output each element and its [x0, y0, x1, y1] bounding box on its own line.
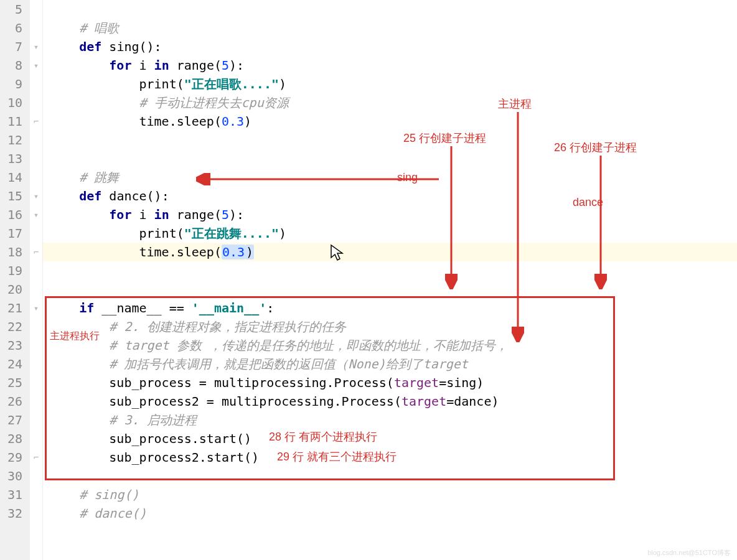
line-number: 18 [0, 243, 22, 261]
line-number: 13 [0, 149, 22, 168]
line-number: 12 [0, 131, 22, 149]
fold-end-icon: ⌐ [30, 448, 42, 467]
line-number: 15 [0, 187, 22, 205]
code-line[interactable]: def dance(): [43, 187, 737, 205]
line-number-gutter: 5 6 7 8 9 10 11 12 13 14 15 16 17 18 19 … [0, 0, 30, 560]
fold-marker-icon[interactable]: ▾ [30, 205, 42, 224]
code-line[interactable]: for i in range(5): [43, 205, 737, 224]
line-number: 5 [0, 0, 22, 19]
fold-end-icon: ⌐ [30, 243, 42, 261]
line-number: 14 [0, 168, 22, 187]
code-line[interactable]: for i in range(5): [43, 56, 737, 75]
line-number: 27 [0, 411, 22, 429]
line-number: 28 [0, 429, 22, 448]
annotation-line26-creates: 26 行创建子进程 [554, 140, 637, 155]
code-line[interactable]: # sing() [43, 485, 737, 504]
line-number: 25 [0, 373, 22, 392]
annotation-main-exec: 主进程执行 [50, 330, 100, 343]
code-line[interactable]: sub_process = multiprocessing.Process(ta… [43, 373, 737, 392]
code-line[interactable]: # dance() [43, 504, 737, 523]
line-number: 26 [0, 392, 22, 411]
annotation-line29-note: 29 行 就有三个进程执行 [277, 449, 397, 464]
line-number: 30 [0, 467, 22, 485]
code-line[interactable]: if __name__ == '__main__': [43, 299, 737, 317]
annotation-sing-label: sing [397, 171, 418, 184]
code-area[interactable]: # 唱歌 def sing(): for i in range(5): prin… [43, 0, 737, 560]
code-line[interactable]: # 2. 创建进程对象，指定进程执行的任务 [43, 317, 737, 336]
annotation-line25-creates: 25 行创建子进程 [403, 131, 486, 146]
annotation-main-process: 主进程 [498, 96, 532, 111]
code-line[interactable] [43, 467, 737, 485]
fold-marker-icon[interactable]: ▾ [30, 187, 42, 205]
line-number: 29 [0, 448, 22, 467]
line-number: 21 [0, 299, 22, 317]
line-number: 8 [0, 56, 22, 75]
code-line[interactable]: print("正在唱歌....") [43, 75, 737, 93]
line-number: 9 [0, 75, 22, 93]
line-number: 10 [0, 93, 22, 112]
code-line[interactable] [43, 0, 737, 19]
fold-marker-icon[interactable]: ▾ [30, 299, 42, 317]
annotation-line28-note: 28 行 有两个进程执行 [269, 429, 377, 444]
line-number: 6 [0, 19, 22, 37]
line-number: 20 [0, 280, 22, 299]
code-line[interactable]: # target 参数 ，传递的是任务的地址，即函数的地址，不能加括号， [43, 336, 737, 355]
line-number: 24 [0, 355, 22, 373]
code-line[interactable]: # 手动让进程失去cpu资源 [43, 93, 737, 112]
fold-marker-icon[interactable]: ▾ [30, 56, 42, 75]
code-line[interactable]: # 跳舞 [43, 168, 737, 187]
watermark-text: blog.csdn.net@51CTO博客 [647, 548, 731, 558]
line-number: 11 [0, 112, 22, 131]
code-line[interactable]: print("正在跳舞....") [43, 224, 737, 243]
code-line[interactable]: # 3. 启动进程 [43, 411, 737, 429]
code-line[interactable]: sub_process.start() [43, 429, 737, 448]
fold-end-icon: ⌐ [30, 112, 42, 131]
line-number: 7 [0, 37, 22, 56]
code-line[interactable]: def sing(): [43, 37, 737, 56]
line-number: 32 [0, 504, 22, 523]
code-line[interactable]: time.sleep(0.3) [43, 112, 737, 131]
line-number: 17 [0, 224, 22, 243]
code-line[interactable]: # 唱歌 [43, 19, 737, 37]
fold-column: ▾ ▾ ⌐ ▾ ▾ ⌐ ▾ ⌐ [30, 0, 43, 560]
code-line[interactable]: sub_process2 = multiprocessing.Process(t… [43, 392, 737, 411]
line-number: 19 [0, 261, 22, 280]
line-number: 23 [0, 336, 22, 355]
line-number: 22 [0, 317, 22, 336]
code-line[interactable] [43, 261, 737, 280]
code-line[interactable]: # 加括号代表调用，就是把函数的返回值（None)给到了target [43, 355, 737, 373]
code-line-highlighted[interactable]: time.sleep(0.3) [43, 243, 737, 261]
line-number: 16 [0, 205, 22, 224]
annotation-dance-label: dance [573, 196, 603, 209]
code-line[interactable] [43, 280, 737, 299]
fold-marker-icon[interactable]: ▾ [30, 37, 42, 56]
line-number: 31 [0, 485, 22, 504]
code-editor: 5 6 7 8 9 10 11 12 13 14 15 16 17 18 19 … [0, 0, 737, 560]
